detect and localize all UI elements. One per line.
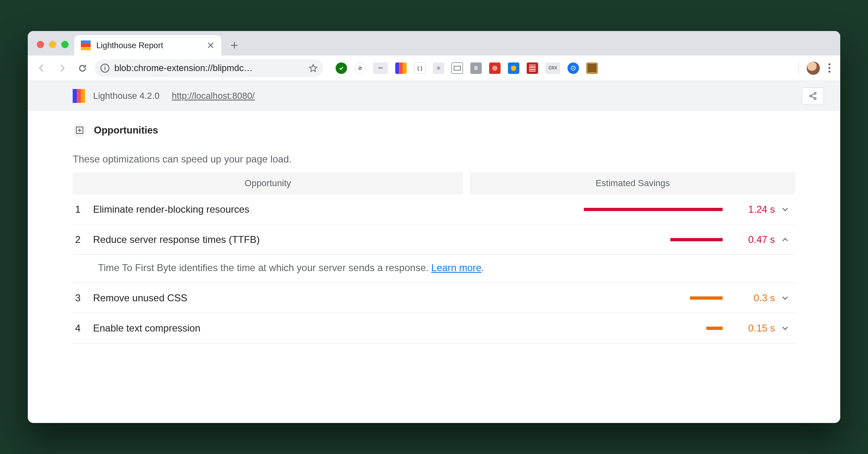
browser-tab[interactable]: Lighthouse Report	[74, 35, 221, 56]
tested-url-link[interactable]: http://localhost:8080/	[172, 91, 255, 101]
bookmark-star-icon[interactable]	[309, 64, 318, 73]
extension-icon[interactable]	[336, 62, 347, 74]
opportunities-description: These optimizations can speed up your pa…	[73, 154, 795, 165]
svg-point-4	[573, 67, 574, 69]
savings-value: 0.15 s	[726, 323, 775, 334]
savings-bar	[690, 296, 723, 300]
maximize-window-button[interactable]	[61, 41, 69, 48]
extension-icon[interactable]	[508, 62, 519, 74]
opportunities-heading: Opportunities	[73, 123, 795, 137]
savings-value: 0.47 s	[726, 234, 775, 245]
close-window-button[interactable]	[37, 41, 44, 48]
close-tab-button[interactable]	[207, 41, 215, 49]
extension-icon[interactable]: { }	[414, 62, 425, 74]
savings-bar	[584, 208, 723, 211]
chevron-down-icon[interactable]	[775, 206, 795, 213]
report-content: Opportunities These optimizations can sp…	[28, 111, 840, 343]
opportunity-name: Reduce server response times (TTFB)	[93, 234, 454, 245]
lighthouse-version: Lighthouse 4.2.0	[93, 91, 160, 101]
col-header-savings: Estimated Savings	[470, 178, 795, 189]
savings-bar-cell	[454, 238, 726, 241]
reload-button[interactable]	[74, 60, 91, 76]
savings-bar	[670, 238, 723, 241]
lighthouse-header: Lighthouse 4.2.0 http://localhost:8080/	[28, 81, 840, 111]
opportunities-title: Opportunities	[94, 125, 158, 136]
learn-more-link[interactable]: Learn more	[431, 262, 481, 273]
svg-point-1	[493, 66, 497, 70]
opportunity-number: 2	[73, 234, 93, 245]
savings-bar-cell	[454, 296, 726, 300]
opportunity-number: 3	[73, 292, 93, 304]
lighthouse-extension-icon[interactable]	[395, 62, 407, 74]
browser-menu-button[interactable]	[824, 63, 835, 73]
savings-bar-cell	[454, 327, 726, 330]
opportunity-number: 4	[73, 323, 93, 334]
detail-text: Time To First Byte identifies the time a…	[98, 262, 431, 273]
minimize-window-button[interactable]	[49, 41, 56, 48]
svg-rect-0	[454, 66, 461, 70]
opportunity-detail: Time To First Byte identifies the time a…	[73, 255, 795, 283]
chevron-down-icon[interactable]	[775, 294, 795, 302]
address-bar[interactable]: i blob:chrome-extension://blipmdc…	[95, 59, 323, 77]
url-text: blob:chrome-extension://blipmdc…	[114, 63, 304, 73]
lighthouse-favicon-icon	[81, 40, 91, 50]
browser-toolbar: i blob:chrome-extension://blipmdc… ⊘ •••…	[28, 56, 840, 81]
opportunities-icon	[73, 123, 87, 137]
tab-strip: Lighthouse Report	[28, 31, 840, 56]
opportunity-row[interactable]: 1Eliminate render-blocking resources1.24…	[73, 194, 795, 225]
extension-icon[interactable]	[586, 62, 598, 74]
extension-icon[interactable]: •••	[373, 62, 388, 74]
extension-icon[interactable]	[527, 62, 538, 74]
opportunity-number: 1	[73, 204, 93, 215]
opportunity-name: Remove unused CSS	[93, 292, 454, 304]
chevron-down-icon[interactable]	[775, 325, 795, 332]
opportunity-row[interactable]: 4Enable text compression0.15 s	[73, 313, 795, 343]
tab-title: Lighthouse Report	[96, 41, 201, 50]
back-button[interactable]	[33, 60, 50, 76]
site-info-icon[interactable]: i	[100, 64, 109, 73]
col-header-opportunity: Opportunity	[73, 178, 463, 189]
new-tab-button[interactable]	[226, 37, 243, 53]
forward-button[interactable]	[54, 60, 70, 76]
extension-icon[interactable]: ⊘	[354, 62, 366, 74]
extension-icons: ⊘ ••• { } ✻ B CRX	[336, 62, 791, 74]
opportunity-name: Enable text compression	[93, 323, 454, 334]
svg-point-2	[494, 67, 496, 69]
opportunity-row[interactable]: 2Reduce server response times (TTFB)0.47…	[73, 225, 795, 255]
extension-icon[interactable]: CRX	[545, 62, 560, 74]
toolbar-divider	[799, 62, 799, 74]
lighthouse-logo-icon	[73, 89, 85, 103]
opportunities-table-header: Opportunity Estimated Savings	[73, 172, 795, 194]
savings-value: 0.3 s	[726, 292, 775, 304]
opportunity-row[interactable]: 3Remove unused CSS0.3 s	[73, 283, 795, 313]
extension-icon[interactable]	[489, 62, 501, 74]
profile-avatar[interactable]	[806, 61, 820, 75]
extension-icon[interactable]	[568, 62, 579, 74]
extension-icon[interactable]: ✻	[433, 62, 444, 74]
chevron-up-icon[interactable]	[775, 236, 795, 243]
extension-icon[interactable]: B	[470, 62, 482, 74]
opportunities-list: 1Eliminate render-blocking resources1.24…	[73, 194, 795, 343]
extension-icon[interactable]	[452, 62, 463, 74]
share-button[interactable]	[802, 87, 824, 105]
window-controls	[33, 41, 74, 56]
savings-bar	[706, 327, 723, 330]
savings-value: 1.24 s	[726, 204, 775, 215]
savings-bar-cell	[454, 208, 726, 211]
opportunity-name: Eliminate render-blocking resources	[93, 204, 454, 215]
browser-window: Lighthouse Report i blob:chrome-extensio…	[28, 31, 840, 423]
